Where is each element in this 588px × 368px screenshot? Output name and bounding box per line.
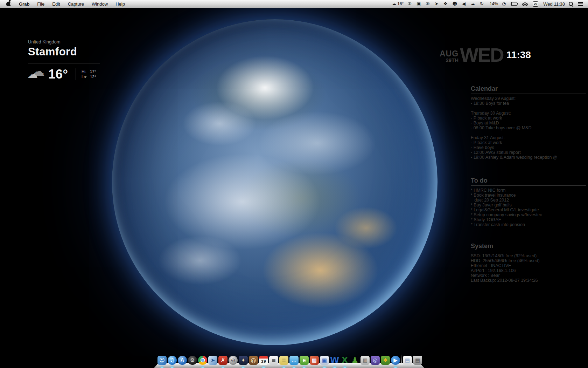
- todo-panel: To do * HMRC NIC form* Book travel insur…: [471, 177, 586, 227]
- windows-overlap[interactable]: ▣: [416, 0, 422, 8]
- spotlight[interactable]: [569, 0, 574, 8]
- date-month: AUG: [440, 50, 458, 58]
- ghost[interactable]: ☻: [452, 0, 458, 8]
- notepad-app-dock-icon[interactable]: ≣: [279, 356, 288, 365]
- wifi[interactable]: [522, 0, 529, 8]
- fan[interactable]: ◀: [462, 0, 467, 8]
- menu-list[interactable]: [578, 0, 584, 8]
- red-x-app-dock-icon[interactable]: ✗: [218, 356, 227, 365]
- running-indicator: [283, 367, 285, 368]
- running-indicator: [242, 367, 245, 368]
- menu-item[interactable]: Help: [112, 0, 129, 8]
- chrome-dock-icon[interactable]: [198, 356, 207, 365]
- network-radar-app-dock-icon[interactable]: ◎: [371, 356, 380, 365]
- menu-item[interactable]: Grab: [15, 0, 33, 8]
- running-indicator: [222, 367, 224, 368]
- running-indicator: [323, 367, 326, 368]
- running-indicator: [262, 367, 265, 368]
- vsphere-dock-icon[interactable]: ❖: [381, 356, 390, 365]
- calendar-line: [471, 106, 586, 111]
- earth-wallpaper: [112, 19, 438, 345]
- address-book-dock-icon[interactable]: @: [249, 356, 258, 365]
- evernote-dock-icon[interactable]: e: [300, 356, 309, 365]
- messages-dock-icon[interactable]: …: [289, 356, 299, 365]
- menu-item[interactable]: Edit: [48, 0, 64, 8]
- calendar-day[interactable]: 29: [533, 0, 538, 8]
- sync[interactable]: ↻: [480, 0, 485, 8]
- cloudapp[interactable]: ☁: [470, 0, 476, 8]
- todo-line: * Setup company savings w/Investec: [471, 212, 586, 217]
- finder-dock-icon[interactable]: ☺: [158, 356, 167, 365]
- status-glyph-icon: [569, 2, 573, 6]
- excel-dock-icon[interactable]: X: [340, 356, 349, 365]
- alert-clock[interactable]: ◔: [502, 0, 507, 8]
- calendar-line: Friday 31 August:: [471, 135, 586, 140]
- running-indicator: [394, 367, 397, 368]
- date-time: 11:38: [506, 49, 531, 61]
- egg-app-dock-icon[interactable]: ⊚: [229, 356, 238, 365]
- system-title: System: [471, 243, 586, 251]
- calendar-line: - Have boys: [471, 145, 586, 150]
- status-glyph-icon: ◔: [502, 0, 506, 8]
- apple-menu-icon[interactable]: [6, 2, 11, 6]
- iphoto-dock-icon[interactable]: ✦: [239, 356, 248, 365]
- battery-percent[interactable]: 14%: [489, 0, 498, 8]
- battery[interactable]: [511, 0, 518, 8]
- status-glyph-icon: ☁: [392, 0, 396, 8]
- crossed-tools-app-dock-icon[interactable]: ▨: [360, 356, 370, 365]
- remote-desktop-dock-icon[interactable]: ▩: [310, 356, 319, 365]
- calendar-line: - P back at work: [471, 116, 586, 121]
- clock[interactable]: Wed 11:38: [542, 0, 565, 8]
- dropbox[interactable]: ❖: [443, 0, 449, 8]
- status-glyph-icon: ☻: [452, 0, 457, 8]
- calendar-line: [471, 130, 586, 135]
- checklist-app-dock-icon[interactable]: ≡: [269, 356, 278, 365]
- running-indicator: [171, 367, 174, 368]
- date-widget: AUG 29TH WED 11:38: [440, 47, 531, 63]
- status-glyph-icon: ☁: [470, 0, 475, 8]
- weather-hi-lo: Hi:17° Lo:12°: [82, 69, 96, 80]
- calendar-line: Wednesday 29 August:: [471, 96, 586, 101]
- menu-item[interactable]: Window: [88, 0, 112, 8]
- ical-dock-icon[interactable]: 29: [259, 356, 268, 365]
- app-store-dock-icon[interactable]: A: [178, 356, 187, 365]
- gear-utility-dock-icon[interactable]: ⚙: [188, 356, 197, 365]
- status-glyph-icon: ⑤: [407, 0, 412, 8]
- green-character-app-dock-icon[interactable]: ♟: [350, 356, 359, 365]
- calendar-line: - P back at work: [471, 140, 586, 145]
- weather-menu[interactable]: ☁16°: [392, 0, 404, 8]
- trash-dock-icon[interactable]: ▦: [413, 356, 422, 365]
- itunes-dock-icon[interactable]: ♫: [168, 356, 177, 365]
- app-menus: GrabFileEditCaptureWindowHelp: [15, 0, 129, 8]
- dock: ☺ ♫ A ⚙ ➤ ✗ ⊚ ✦ @ 29 ≡ ≣ … e ▩: [154, 351, 424, 368]
- system-line: HDD: 255Gi/466Gi free (46% used): [471, 258, 586, 263]
- status-glyph-icon: ❖: [443, 0, 448, 8]
- status-glyph-icon: ▣: [416, 0, 421, 8]
- calendar-line: - 18:30 Boys for tea: [471, 101, 586, 106]
- status-glyph-icon: ◀: [462, 0, 465, 8]
- calendar-line: - 08:00 Take boys over @ M&D: [471, 125, 586, 130]
- todo-title: To do: [471, 177, 586, 186]
- timer-badge[interactable]: ⑧: [426, 0, 431, 8]
- running-indicator: [334, 367, 336, 368]
- calendar-line: Thursday 30 August:: [471, 111, 586, 116]
- documents-stack-dock-icon[interactable]: ▤: [403, 356, 412, 365]
- calendar-line: - Boys at M&D: [471, 121, 586, 125]
- menu-item[interactable]: File: [33, 0, 48, 8]
- running-indicator: [303, 367, 306, 368]
- word-dock-icon[interactable]: W: [330, 356, 339, 365]
- calendar-title: Calendar: [471, 85, 586, 94]
- system-panel: System SSD: 13Gi/148Gi free (92% used)HD…: [471, 243, 586, 283]
- system-line: SSD: 13Gi/148Gi free (92% used): [471, 253, 586, 258]
- shield-badge[interactable]: ⑤: [407, 0, 413, 8]
- dock-divider: [401, 354, 402, 365]
- todo-line: * HMRC NIC form: [471, 188, 586, 193]
- pointer[interactable]: ➤: [435, 0, 440, 8]
- virtualbox-dock-icon[interactable]: ▣: [320, 356, 329, 365]
- pointer-app-dock-icon[interactable]: ➤: [208, 356, 217, 365]
- menu-item[interactable]: Capture: [64, 0, 88, 8]
- media-player-dock-icon[interactable]: ▶: [391, 356, 400, 365]
- status-glyph-icon: ⑧: [426, 0, 430, 8]
- running-indicator: [344, 367, 346, 368]
- calendar-line: - 19:00 Ashley & Adam wedding reception …: [471, 155, 586, 160]
